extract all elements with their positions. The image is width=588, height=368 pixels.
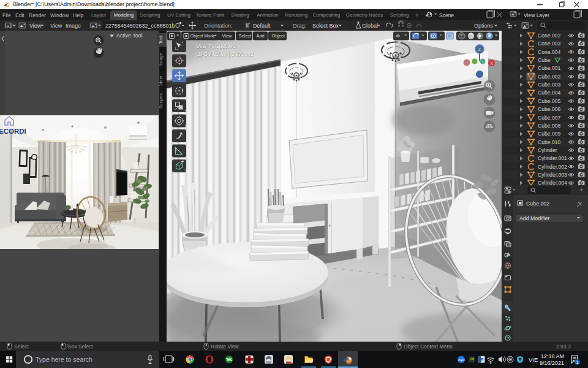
svg-text:Cylinder.001: Cylinder.001 [538, 155, 567, 161]
svg-text:Add Modifier: Add Modifier [519, 215, 549, 221]
svg-text:Add: Add [257, 33, 265, 39]
svg-text:Zalo: Zalo [458, 358, 465, 362]
svg-text:Cylinder.004: Cylinder.004 [538, 180, 567, 185]
svg-text:Cube.002: Cube.002 [538, 74, 560, 80]
svg-text:Object: Object [272, 33, 285, 39]
svg-text:Select: Select [239, 33, 252, 39]
svg-text:Cube.007: Cube.007 [538, 115, 560, 121]
svg-text:Cube.008: Cube.008 [538, 123, 560, 129]
svg-text:1: 1 [576, 359, 578, 365]
svg-text:(1) Collection | Cube.002: (1) Collection | Cube.002 [196, 51, 254, 57]
svg-text:Cube.009: Cube.009 [538, 131, 560, 137]
svg-text:Cone.002: Cone.002 [538, 33, 560, 39]
svg-text:Cube.003: Cube.003 [538, 82, 560, 88]
svg-text:Cylinder.003: Cylinder.003 [538, 172, 567, 178]
svg-text:ECORDI: ECORDI [0, 128, 26, 135]
svg-text:Cone.004: Cone.004 [538, 49, 560, 55]
svg-text:Cylinder: Cylinder [538, 147, 557, 153]
svg-text:Object Mode: Object Mode [190, 33, 216, 39]
svg-text:X: X [490, 61, 493, 66]
svg-text:Cube.006: Cube.006 [538, 106, 560, 112]
svg-text:Cube.010: Cube.010 [538, 139, 560, 145]
svg-text:12:18 AM: 12:18 AM [541, 353, 564, 359]
svg-text:Z: Z [478, 47, 481, 52]
svg-text:Type here to search: Type here to search [36, 356, 92, 363]
svg-text:View: View [222, 33, 233, 39]
svg-text:Cube.001: Cube.001 [538, 65, 560, 71]
svg-text:User Perspective: User Perspective [196, 43, 236, 49]
svg-text:VIE: VIE [529, 356, 538, 363]
svg-text:Cube: Cube [538, 57, 551, 63]
svg-text:Cube.004: Cube.004 [538, 90, 560, 96]
svg-text:9/16/2021: 9/16/2021 [540, 360, 564, 366]
svg-text:Cylinder.002: Cylinder.002 [538, 164, 567, 170]
svg-text:E: E [480, 357, 484, 362]
svg-text:Cube.002: Cube.002 [526, 201, 549, 207]
svg-text:Cone.003: Cone.003 [538, 40, 560, 47]
svg-text:Cube.005: Cube.005 [538, 98, 560, 104]
